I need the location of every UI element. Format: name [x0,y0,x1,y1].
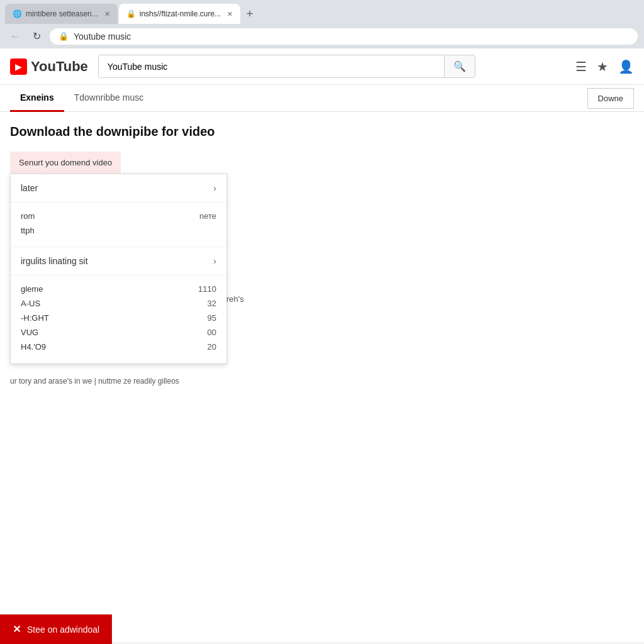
url-text: Youtube music [74,31,629,42]
yt-nav: Exneins Tdownribbe musc Downe [0,85,644,112]
hght-label: -H:GHT [21,313,49,323]
hght-value: 95 [208,313,216,323]
footnote-text: ur tory and arase's in we | nuttme ze re… [10,377,634,386]
star-icon[interactable]: ★ [597,59,608,74]
irgulits-label: irgulits linating sit [21,256,88,266]
h4o9-label: H4.'O9 [21,342,46,352]
browser-chrome: 🌐 mintibere setteasen... ✕ 🔒 inshs//ftiz… [0,0,644,48]
row-gleme: gleme 1110 [21,282,216,296]
lock-icon: 🔒 [58,31,69,41]
h4o9-value: 20 [208,342,216,352]
gleme-value: 1110 [198,284,216,294]
tab2-icon: 🔒 [126,9,136,18]
dropdown-group-stats: gleme 1110 A-US 32 -H:GHT 95 VUG 00 H4.'… [11,275,226,364]
rom-label: rom [21,211,35,221]
browser-tab-2[interactable]: 🔒 inshs//ftizat-nmile.cure... ✕ [119,4,240,24]
row-h4o9: H4.'O9 20 [21,340,216,354]
tab2-label: inshs//ftizat-nmile.cure... [140,9,221,18]
page-title: Download the downipibe for video [10,125,634,139]
search-button[interactable]: 🔍 [444,55,475,77]
yt-brand-text: YouTube [31,58,88,75]
yt-play-icon: ▶ [10,58,27,75]
side-label: reh's [226,294,244,304]
tab1-close[interactable]: ✕ [104,10,110,18]
row-rom: rom nете [21,209,216,223]
row-a-us: A-US 32 [21,296,216,311]
yt-search-bar: 🔍 [98,55,475,78]
refresh-button[interactable]: ↻ [29,28,45,45]
row-ttph: ttph [21,223,216,238]
tab1-icon: 🌐 [13,9,22,18]
yt-header-icons: ☰ ★ 👤 [575,59,634,74]
address-bar-row: ← ↻ 🔒 Youtube music [0,24,644,48]
user-icon[interactable]: 👤 [618,59,634,74]
yt-header: ▶ YouTube 🔍 ☰ ★ 👤 [0,48,644,85]
dropdown-group-rom: rom nете ttph [11,203,226,247]
download-button[interactable]: Downe [587,88,634,109]
rom-value: nете [199,211,216,221]
bottom-bar-label: Stee on adwindoal [27,625,99,635]
new-tab-button[interactable]: + [242,8,258,19]
back-button[interactable]: ← [6,28,24,45]
vug-label: VUG [21,328,38,337]
vug-value: 00 [208,328,216,337]
yt-main: Download the downipibe for video Senurt … [0,112,644,398]
menu-icon[interactable]: ☰ [575,59,587,74]
bottom-bar[interactable]: ✕ Stee on adwindoal [0,614,112,644]
row-vug: VUG 00 [21,325,216,340]
tab-exneins[interactable]: Exneins [10,85,64,112]
dropdown-item-later[interactable]: later › [11,174,226,203]
a-us-value: 32 [208,299,216,308]
a-us-label: A-US [21,299,40,308]
tab2-close[interactable]: ✕ [227,10,233,18]
dropdown-item-irgulits[interactable]: irgulits linating sit › [11,247,226,275]
bottom-bar-x-icon: ✕ [13,623,21,635]
tab-tdownribbe[interactable]: Tdownribbe musc [64,85,154,112]
tab-bar: 🌐 mintibere setteasen... ✕ 🔒 inshs//ftiz… [0,0,644,24]
row-hght: -H:GHT 95 [21,311,216,325]
gleme-label: gleme [21,284,43,294]
browser-tab-1[interactable]: 🌐 mintibere setteasen... ✕ [5,4,118,24]
later-label: later [21,183,38,193]
youtube-page: ▶ YouTube 🔍 ☰ ★ 👤 Exneins Tdownribbe mus… [0,48,644,642]
dropdown-menu: later › rom nете ttph irgulits linating … [10,174,227,364]
yt-logo[interactable]: ▶ YouTube [10,58,88,75]
later-chevron: › [213,183,216,193]
tab1-label: mintibere setteasen... [26,9,98,18]
pink-notice-bar: Senurt you domend video [10,152,121,174]
search-input[interactable] [99,55,444,77]
ttph-label: ttph [21,226,35,235]
address-bar[interactable]: 🔒 Youtube music [50,28,638,45]
irgulits-chevron: › [213,256,216,266]
